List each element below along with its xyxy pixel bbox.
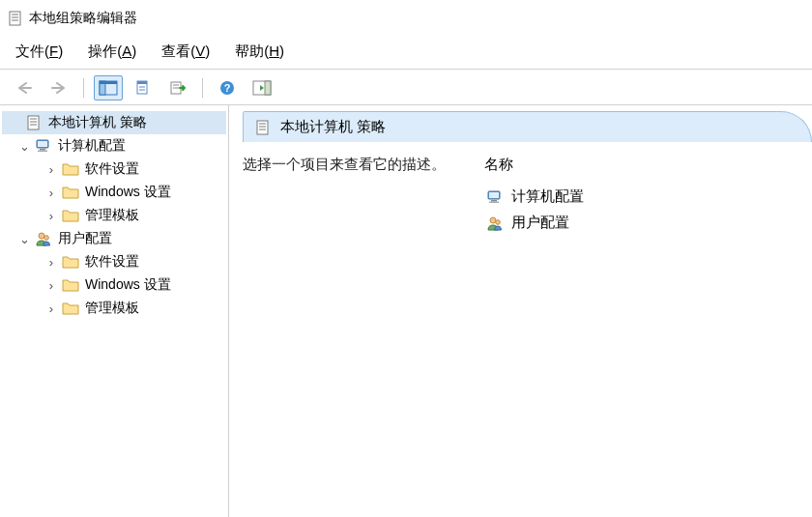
content-pane: 本地计算机 策略 选择一个项目来查看它的描述。 名称 计算机配置 xyxy=(229,105,812,517)
show-hide-action-pane-button[interactable] xyxy=(247,75,276,101)
chevron-right-icon[interactable]: › xyxy=(44,209,58,223)
svg-rect-25 xyxy=(38,151,47,153)
chevron-down-icon[interactable]: ⌄ xyxy=(17,232,31,246)
svg-rect-8 xyxy=(137,81,147,84)
app-icon xyxy=(8,11,23,26)
svg-point-27 xyxy=(44,236,49,241)
tree-label: Windows 设置 xyxy=(83,184,173,201)
tree-user-config[interactable]: ⌄ 用户配置 xyxy=(2,227,226,250)
menu-bar: 文件(F) 操作(A) 查看(V) 帮助(H) xyxy=(0,37,812,67)
column-header-name[interactable]: 名称 xyxy=(484,156,678,174)
properties-button[interactable] xyxy=(129,75,158,101)
svg-point-37 xyxy=(496,219,501,224)
chevron-right-icon[interactable]: › xyxy=(44,255,58,270)
tree-computer-config[interactable]: ⌄ 计算机配置 xyxy=(2,134,226,158)
gpedit-window: 本地组策略编辑器 文件(F) 操作(A) 查看(V) 帮助(H) ? xyxy=(0,0,812,517)
folder-icon xyxy=(62,184,79,201)
content-header-title: 本地计算机 策略 xyxy=(280,118,386,136)
tree-label: 管理模板 xyxy=(83,207,141,224)
folder-icon xyxy=(62,160,79,178)
tree-root[interactable]: 本地计算机 策略 xyxy=(2,111,226,134)
content-header: 本地计算机 策略 xyxy=(243,111,812,142)
content-body: 选择一个项目来查看它的描述。 名称 计算机配置 用户配置 xyxy=(229,142,812,517)
forward-button[interactable] xyxy=(44,75,73,101)
svg-rect-33 xyxy=(489,192,499,198)
description-text: 选择一个项目来查看它的描述。 xyxy=(243,156,446,509)
help-button[interactable]: ? xyxy=(213,75,242,101)
toolbar-separator xyxy=(83,78,84,98)
menu-view[interactable]: 查看(V) xyxy=(158,41,214,63)
folder-icon xyxy=(62,207,79,224)
folder-icon xyxy=(62,253,79,271)
export-list-button[interactable] xyxy=(163,75,192,101)
svg-rect-35 xyxy=(489,201,499,203)
chevron-right-icon[interactable]: › xyxy=(44,302,58,316)
tree-label: Windows 设置 xyxy=(83,276,173,294)
tree-label: 软件设置 xyxy=(83,160,141,178)
list-column: 名称 计算机配置 用户配置 xyxy=(484,156,678,509)
toolbar-separator xyxy=(202,78,203,98)
tree-view[interactable]: 本地计算机 策略 ⌄ 计算机配置 › 软件设置 › xyxy=(0,105,229,517)
show-hide-tree-button[interactable] xyxy=(94,75,123,101)
user-icon xyxy=(35,230,52,247)
list-item-user-config[interactable]: 用户配置 xyxy=(484,210,678,236)
chevron-down-icon[interactable]: ⌄ xyxy=(17,139,31,154)
chevron-right-icon[interactable]: › xyxy=(44,278,58,293)
folder-icon xyxy=(62,276,79,294)
window-title: 本地组策略编辑器 xyxy=(29,10,137,27)
tree-computer-windows[interactable]: › Windows 设置 xyxy=(2,181,226,204)
svg-rect-18 xyxy=(28,116,39,129)
tree-label: 软件设置 xyxy=(83,253,141,271)
svg-rect-23 xyxy=(38,141,47,147)
svg-rect-17 xyxy=(265,81,271,95)
svg-rect-0 xyxy=(10,12,20,25)
svg-point-26 xyxy=(39,233,44,239)
folder-icon xyxy=(62,300,79,317)
svg-rect-6 xyxy=(100,81,117,84)
chevron-right-icon[interactable]: › xyxy=(44,162,58,177)
svg-rect-28 xyxy=(257,121,268,134)
toolbar: ? xyxy=(0,72,812,104)
computer-icon xyxy=(35,137,52,155)
list-item-label: 计算机配置 xyxy=(511,187,584,206)
tree-label: 计算机配置 xyxy=(56,137,128,155)
tree-user-admin[interactable]: › 管理模板 xyxy=(2,297,226,320)
tree-label: 管理模板 xyxy=(83,300,141,317)
svg-rect-34 xyxy=(491,200,497,202)
tree-computer-software[interactable]: › 软件设置 xyxy=(2,158,226,181)
divider xyxy=(0,69,812,70)
title-bar: 本地组策略编辑器 xyxy=(0,0,812,37)
body-split: 本地计算机 策略 ⌄ 计算机配置 › 软件设置 › xyxy=(0,104,812,517)
tree-computer-admin[interactable]: › 管理模板 xyxy=(2,204,226,227)
svg-text:?: ? xyxy=(224,82,231,94)
list-item-computer-config[interactable]: 计算机配置 xyxy=(484,184,678,210)
menu-file[interactable]: 文件(F) xyxy=(12,41,67,63)
policy-icon xyxy=(255,120,271,135)
tree-user-software[interactable]: › 软件设置 xyxy=(2,250,226,273)
list-item-label: 用户配置 xyxy=(511,214,569,232)
menu-help[interactable]: 帮助(H) xyxy=(231,41,288,63)
menu-action[interactable]: 操作(A) xyxy=(84,41,140,63)
tree-user-windows[interactable]: › Windows 设置 xyxy=(2,273,226,297)
policy-icon xyxy=(25,114,43,131)
tree-label: 用户配置 xyxy=(56,230,114,247)
svg-rect-24 xyxy=(40,149,45,151)
svg-point-36 xyxy=(490,217,496,223)
tree-root-label: 本地计算机 策略 xyxy=(46,114,149,131)
computer-icon xyxy=(486,188,504,206)
chevron-right-icon[interactable]: › xyxy=(44,186,58,200)
back-button[interactable] xyxy=(10,75,39,101)
user-icon xyxy=(486,215,504,232)
